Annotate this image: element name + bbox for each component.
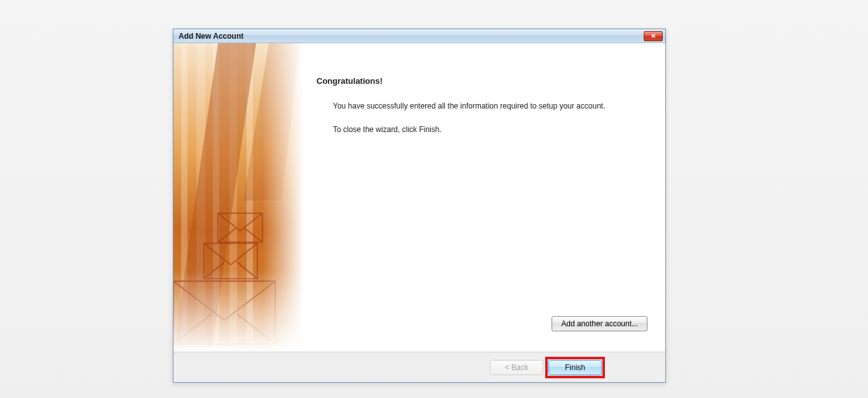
body-text: You have successfully entered all the in…	[316, 101, 648, 135]
finish-button[interactable]: Finish	[548, 360, 602, 375]
button-bar: < Back Finish	[173, 352, 665, 382]
title-bar[interactable]: Add New Account ✕	[173, 29, 665, 43]
add-account-dialog: Add New Account ✕	[173, 29, 666, 383]
heading-congratulations: Congratulations!	[316, 76, 648, 86]
wizard-side-graphic	[173, 43, 304, 352]
main-content: Congratulations! You have successfully e…	[304, 43, 665, 352]
svg-rect-13	[262, 43, 304, 352]
close-instruction: To close the wizard, click Finish.	[333, 124, 648, 135]
finish-button-highlight: Finish	[548, 360, 602, 375]
add-another-account-button[interactable]: Add another account...	[552, 316, 648, 331]
success-message: You have successfully entered all the in…	[333, 101, 648, 112]
content-area: Congratulations! You have successfully e…	[173, 43, 665, 352]
back-button: < Back	[490, 360, 543, 375]
close-button[interactable]: ✕	[644, 31, 663, 41]
dialog-title: Add New Account	[179, 32, 243, 41]
close-icon: ✕	[651, 33, 656, 39]
